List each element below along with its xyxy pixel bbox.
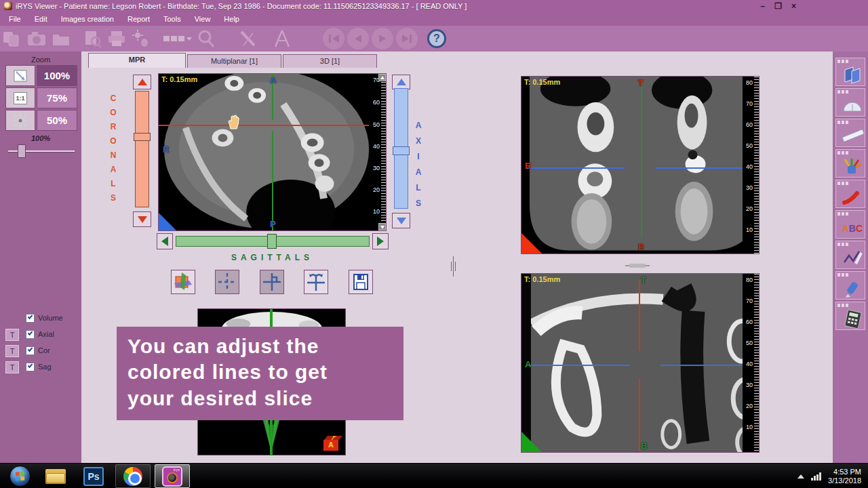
sag-checkbox[interactable] [26, 363, 35, 371]
axial-orientation-bottom: P [270, 219, 276, 229]
sagittal-view[interactable]: T: 0.15mm T A B 80 70 60 50 40 30 20 10 [521, 273, 760, 453]
crosshair-dashed-button[interactable] [215, 270, 239, 294]
sagittal-coronal-line-top[interactable] [639, 279, 640, 351]
axials-up-button[interactable] [392, 75, 410, 89]
sagittals-slider-thumb[interactable] [267, 234, 277, 249]
report-preview-icon[interactable] [82, 29, 102, 48]
sagittals-left-button[interactable] [157, 233, 173, 249]
zoom-custom-button[interactable] [5, 110, 35, 131]
menu-tools[interactable]: Tools [157, 14, 187, 24]
restore-button[interactable]: ❐ [774, 1, 782, 11]
nav-last-button[interactable] [396, 28, 418, 49]
sagittal-coronal-line-bottom[interactable] [639, 379, 640, 451]
zoom-1to1-button[interactable]: 1:1 [5, 87, 35, 108]
clock-time: 4:53 PM [828, 468, 861, 476]
menu-file[interactable]: File [3, 14, 27, 24]
cor-t-button[interactable]: T [5, 345, 19, 357]
coronals-slider-track[interactable] [135, 91, 149, 207]
sagittal-ruler[interactable]: 80 70 60 50 40 30 20 10 [743, 274, 759, 452]
coronal-axial-line-right[interactable] [656, 167, 756, 169]
print-icon[interactable] [106, 29, 127, 48]
caliper-icon[interactable] [272, 29, 292, 48]
layer-row-sag: T Sag [0, 361, 81, 375]
axial-coronal-line[interactable] [159, 125, 369, 126]
axial-ruler[interactable]: 70 60 50 40 30 20 10 [370, 74, 386, 230]
coronal-view[interactable]: T: 0.15mm T R B 80 70 60 50 40 30 20 10 [521, 76, 760, 254]
coronal-scan [521, 77, 759, 254]
zoom-100-button[interactable]: 100% [37, 65, 77, 86]
marker-pen-button[interactable] [835, 271, 865, 300]
crosshair-solid-button[interactable] [260, 270, 284, 294]
tab-multiplanar[interactable]: Multiplanar [1] [187, 54, 281, 68]
nav-previous-button[interactable] [347, 28, 369, 49]
taskbar-clock[interactable]: 4:53 PM 3/13/2018 [828, 468, 865, 485]
axials-down-button[interactable] [392, 213, 410, 228]
coronals-up-button[interactable] [133, 75, 151, 89]
cube-front-label: A [323, 440, 338, 451]
color-pens-button[interactable] [835, 149, 865, 178]
mpr-planes-button[interactable] [171, 270, 195, 294]
freehand-line-button[interactable] [835, 180, 865, 208]
tab-mpr[interactable]: MPR [88, 53, 186, 68]
minimize-button[interactable]: – [761, 1, 766, 11]
axial-t-button[interactable]: T [5, 329, 19, 341]
nav-first-button[interactable] [323, 28, 344, 49]
zoom-magnifier-icon[interactable] [196, 29, 216, 48]
orientation-cube[interactable]: T A [323, 436, 340, 451]
coronal-ruler[interactable]: 80 70 60 50 40 30 20 10 [743, 77, 759, 253]
cor-checkbox[interactable] [26, 346, 35, 355]
vertical-splitter[interactable] [453, 256, 454, 277]
zoom-fit-button[interactable] [5, 65, 35, 86]
axial-ruler-down-button[interactable] [378, 223, 386, 230]
sagittals-right-button[interactable] [372, 233, 389, 249]
horizontal-splitter[interactable] [629, 264, 646, 268]
zoom-75-button[interactable]: 75% [37, 87, 77, 108]
menu-edit[interactable]: Edit [28, 14, 54, 24]
nav-next-button[interactable] [372, 28, 393, 49]
start-button[interactable] [9, 466, 31, 487]
coronal-axial-line-left[interactable] [526, 167, 625, 169]
multi-view-button[interactable] [835, 58, 865, 86]
taskbar-irys-button[interactable]: irys [155, 464, 190, 488]
axial-sagittal-line-bottom[interactable] [272, 131, 273, 231]
layout-grid-dropdown[interactable] [162, 29, 192, 48]
tab-3d[interactable]: 3D [1] [283, 54, 377, 68]
network-icon[interactable] [811, 472, 821, 481]
protractor-icon [841, 95, 864, 115]
taskbar-photoshop-button[interactable]: Ps [76, 464, 111, 488]
ruler-button[interactable] [835, 119, 865, 147]
zoom-50-button[interactable]: 50% [37, 110, 77, 131]
coronal-sagittal-line[interactable] [641, 82, 642, 237]
brightness-icon[interactable] [131, 29, 151, 48]
volume-checkbox[interactable] [26, 314, 35, 323]
zoom-slider-thumb[interactable] [18, 144, 26, 158]
text-annotation-button[interactable]: ABC [835, 210, 865, 239]
crosshair-rotate-button[interactable] [304, 270, 328, 294]
sag-t-button[interactable]: T [5, 361, 19, 373]
save-disks-icon[interactable] [2, 29, 22, 48]
close-button[interactable]: × [791, 1, 796, 11]
menu-view[interactable]: View [189, 14, 217, 24]
help-button[interactable]: ? [427, 29, 446, 48]
axial-view[interactable]: T: 0.15mm A R P 70 60 50 40 30 20 10 [158, 73, 387, 231]
sagittal-axial-line-left[interactable] [527, 365, 630, 366]
menu-help[interactable]: Help [218, 14, 245, 24]
menu-report[interactable]: Report [121, 14, 156, 24]
coronals-down-button[interactable] [133, 211, 151, 227]
scalpel-icon[interactable] [238, 29, 258, 48]
taskbar-chrome-button[interactable] [115, 464, 151, 488]
calculator-button[interactable] [835, 302, 865, 330]
axial-ruler-up-button[interactable] [378, 74, 386, 81]
tray-expand-icon[interactable] [797, 474, 804, 479]
polyline-button[interactable] [835, 241, 865, 269]
coronals-slider-thumb[interactable] [134, 133, 151, 141]
taskbar-explorer-button[interactable] [38, 464, 73, 488]
protractor-button[interactable] [835, 88, 865, 117]
menu-images-creation[interactable]: Images creation [55, 14, 120, 24]
folder-icon[interactable] [51, 29, 71, 48]
save-layout-button[interactable] [349, 270, 373, 294]
sagittal-axial-line-right[interactable] [660, 365, 756, 366]
axials-slider-thumb[interactable] [393, 146, 410, 155]
camera-icon[interactable] [26, 29, 47, 48]
axial-checkbox[interactable] [26, 330, 35, 339]
